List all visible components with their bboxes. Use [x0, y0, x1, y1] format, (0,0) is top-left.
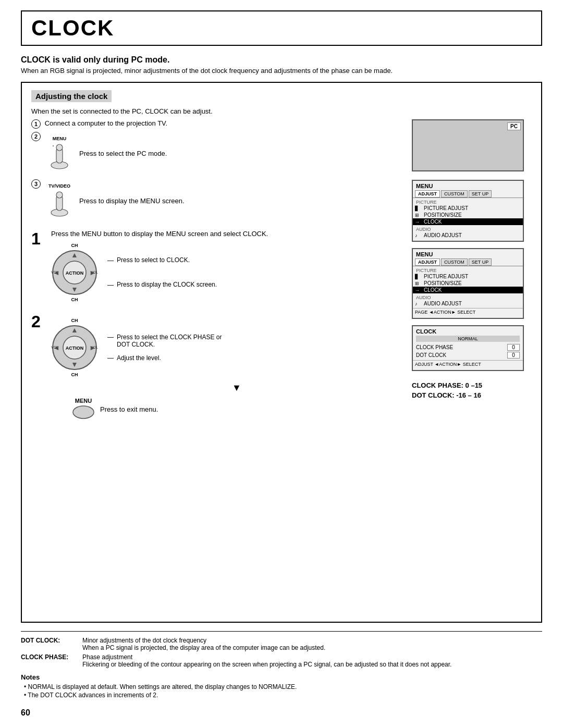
big-step-2: 2 CH ACTION ▲ ▼: [31, 313, 401, 425]
notes-section: Notes • NORMAL is displayed at default. …: [21, 673, 542, 699]
page-action-select: PAGE ◄ACTION► SELECT: [415, 310, 475, 315]
menu-button-wrap: MENU: [72, 398, 95, 421]
tab-custom-1[interactable]: CUSTOM: [441, 190, 468, 198]
press-exit-text: Press to exit menu.: [100, 405, 158, 413]
clock-phase-info-desc1: Phase adjustment: [82, 653, 451, 661]
svg-text:▼: ▼: [71, 285, 78, 293]
clock-phase-row: CLOCK PHASE 0: [413, 343, 523, 351]
step-3-press-text: Press to display the MENU screen.: [79, 197, 185, 205]
picture-label-2: PICTURE: [413, 266, 523, 273]
step-1-text: Connect a computer to the projection TV.: [45, 119, 168, 127]
step-3-content: TV/VIDEO Press to display the MENU scree…: [48, 179, 185, 223]
pc-label: PC: [507, 122, 521, 130]
arrow-1: —: [107, 257, 114, 264]
position-size-label-1: POSITION/SIZE: [424, 212, 521, 218]
clock-phase-info-desc2: Flickering or bleeding of the contour ap…: [82, 661, 451, 668]
audio-adjust-2[interactable]: ♪ AUDIO ADJUST: [413, 300, 523, 307]
audio-label-2: AUDIO: [413, 293, 523, 300]
tab-setup-2[interactable]: SET UP: [469, 258, 492, 266]
svg-point-25: [73, 406, 94, 418]
clock-icon-2: →: [415, 288, 422, 293]
dot-clock-info-desc1: Minor adjustments of the dot clock frequ…: [82, 637, 325, 644]
arrow-3: —: [107, 334, 114, 341]
menu-box-2: MENU ADJUST CUSTOM SET UP PICTURE ▊ PICT…: [412, 248, 524, 319]
ch-label-top-2: CH: [71, 318, 78, 323]
audio-adjust-label-2: AUDIO ADJUST: [424, 301, 521, 306]
tab-setup-1[interactable]: SET UP: [469, 190, 492, 198]
picture-adjust-1[interactable]: ▊ PICTURE ADJUST: [413, 205, 523, 212]
hand-svg-1: [48, 142, 71, 169]
clock-item-1[interactable]: → CLOCK: [413, 218, 523, 225]
action-wheel-2: CH ACTION ▲ ▼ ◄ ► VOL: [51, 318, 401, 377]
dot-clock-label: DOT CLOCK: [416, 352, 446, 358]
range-text-wrap: CLOCK PHASE: 0 –15 DOT CLOCK: -16 – 16: [412, 379, 482, 399]
dot-clock-row: DOT CLOCK 0: [413, 351, 523, 359]
hand-press-2-row: TV/VIDEO Press to display the MENU scree…: [48, 183, 185, 218]
page: CLOCK CLOCK is valid only during PC mode…: [0, 0, 563, 728]
svg-text:ACTION: ACTION: [66, 346, 84, 351]
step-2-row: 2 MENU: [31, 132, 401, 175]
clock-label-2: CLOCK: [424, 287, 521, 293]
big-step-1-content: Press the MENU button to display the MEN…: [51, 230, 401, 307]
clock-settings-box: CLOCK NORMAL CLOCK PHASE 0 DOT CLOCK 0 A…: [412, 325, 524, 371]
step-2-press-text: Press to select the PC mode.: [79, 150, 167, 157]
dot-clock-info-desc-wrap: Minor adjustments of the dot clock frequ…: [82, 637, 325, 651]
step-1-row: 1 Connect a computer to the projection T…: [31, 119, 401, 129]
svg-text:VOL: VOL: [51, 270, 58, 274]
position-size-1[interactable]: ⊞ POSITION/SIZE: [413, 212, 523, 218]
label-display-clock: — Press to display the CLOCK screen.: [107, 281, 217, 289]
circle-1: 1: [31, 119, 41, 129]
step-2-content: MENU Press to select the PC mode.: [48, 132, 167, 175]
note-2: • The DOT CLOCK advances in increments o…: [21, 692, 542, 699]
menu-box-2-tabs: ADJUST CUSTOM SET UP: [413, 258, 523, 266]
page-title: CLOCK: [31, 16, 114, 40]
right-column: PC MENU ADJUST CUSTOM SET UP PICTURE ▊ P…: [412, 119, 532, 430]
intro-text: When an RGB signal is projected, minor a…: [21, 67, 542, 75]
big-num-1: 1: [31, 230, 46, 248]
svg-text:▲: ▲: [71, 251, 78, 259]
left-column: 1 Connect a computer to the projection T…: [31, 119, 412, 430]
audio-adjust-label-1: AUDIO ADJUST: [424, 232, 521, 238]
step-3-row: 3 TV/VIDEO Press to displ: [31, 179, 401, 223]
note-1: • NORMAL is displayed at default. When s…: [21, 683, 542, 690]
svg-point-2: [56, 144, 63, 151]
dot-clock-range: DOT CLOCK: -16 – 16: [412, 391, 482, 399]
tab-adjust-2[interactable]: ADJUST: [415, 258, 440, 266]
audio-label-1: AUDIO: [413, 225, 523, 232]
ch-label-bot-2: CH: [71, 372, 78, 377]
circle-2: 2: [31, 132, 41, 141]
section-title: Adjusting the clock: [31, 90, 112, 102]
position-size-2[interactable]: ⊞ POSITION/SIZE: [413, 280, 523, 287]
audio-icon-2: ♪: [415, 301, 422, 306]
big-step-1: 1 Press the MENU button to display the M…: [31, 230, 401, 307]
dot-clock-info-row: DOT CLOCK: Minor adjustments of the dot …: [21, 637, 542, 651]
clock-icon-1: →: [415, 219, 422, 225]
clock-phase-range: CLOCK PHASE: 0 –15: [412, 381, 482, 389]
menu-label-1: MENU: [48, 136, 71, 141]
arrow-4: —: [107, 354, 114, 362]
clock-label-1: CLOCK: [424, 219, 521, 225]
big-step-2-content: CH ACTION ▲ ▼ ◄ ► VOL: [51, 313, 401, 425]
circle-3: 3: [31, 179, 41, 189]
hand-icon-2: TV/VIDEO: [48, 183, 71, 218]
tab-custom-2[interactable]: CUSTOM: [441, 258, 468, 266]
arrow-2: —: [107, 281, 114, 289]
action-wheel-1: CH ACTION ▲ ▼: [51, 243, 401, 302]
wheel-svg-1: ACTION ▲ ▼ ◄ ► VOL VOL: [51, 249, 98, 296]
audio-adjust-1[interactable]: ♪ AUDIO ADJUST: [413, 232, 523, 239]
title-box: CLOCK: [21, 10, 542, 46]
label-select-clock: — Press to select to CLOCK.: [107, 256, 217, 264]
tab-adjust-1[interactable]: ADJUST: [415, 190, 440, 198]
clock-bottom-bar: ADJUST ◄ACTION► SELECT: [413, 360, 523, 368]
dot-clock-info-wrap: DOT CLOCK:: [21, 637, 78, 651]
menu-box-1: MENU ADJUST CUSTOM SET UP PICTURE ▊ PICT…: [412, 180, 524, 242]
picture-adjust-2[interactable]: ▊ PICTURE ADJUST: [413, 273, 523, 280]
position-icon-1: ⊞: [415, 213, 422, 218]
main-content: 1 Connect a computer to the projection T…: [31, 119, 532, 430]
svg-text:ACTION: ACTION: [66, 270, 84, 276]
clock-item-2[interactable]: → CLOCK: [413, 287, 523, 293]
wheel-svg-2: ACTION ▲ ▼ ◄ ► VOL VOL: [51, 324, 98, 371]
audio-icon-1: ♪: [415, 233, 422, 238]
clock-phase-value: 0: [507, 344, 520, 351]
svg-text:▼: ▼: [71, 360, 78, 368]
